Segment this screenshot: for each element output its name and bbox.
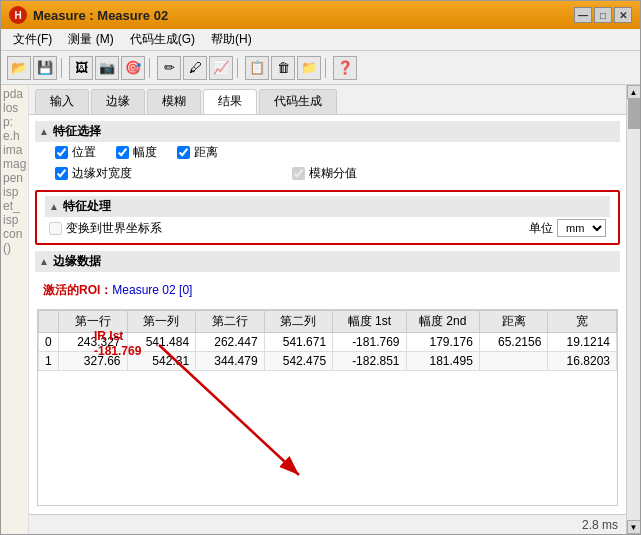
td-amp2-0: 179.176 [406, 333, 479, 352]
th-idx [39, 311, 59, 333]
edge-data-header[interactable]: ▲ 边缘数据 [35, 251, 620, 272]
td-idx-0: 0 [39, 333, 59, 352]
td-width-0: 19.1214 [548, 333, 617, 352]
td-amp1-0: -181.769 [333, 333, 406, 352]
tab-results[interactable]: 结果 [203, 89, 257, 114]
tab-edge[interactable]: 边缘 [91, 89, 145, 114]
td-col2-1: 542.475 [264, 352, 333, 371]
tb-open[interactable]: 📂 [7, 56, 31, 80]
td-row2-1: 344.479 [196, 352, 265, 371]
feature-select-arrow: ▲ [39, 126, 49, 137]
scrollbar-track [627, 99, 640, 520]
th-dist: 距离 [479, 311, 548, 333]
tb-sep1 [61, 58, 65, 78]
cb-edge-width-label: 边缘对宽度 [72, 165, 132, 182]
status-text: 2.8 ms [582, 518, 618, 532]
td-dist-1 [479, 352, 548, 371]
tb-clipboard[interactable]: 📋 [245, 56, 269, 80]
feature-process-header[interactable]: ▲ 特征处理 [45, 196, 610, 217]
td-row1-1: 327.66 [59, 352, 128, 371]
td-dist-0: 65.2156 [479, 333, 548, 352]
close-button[interactable]: ✕ [614, 7, 632, 23]
tb-target[interactable]: 🎯 [121, 56, 145, 80]
tb-sep2 [149, 58, 153, 78]
tb-folder[interactable]: 📁 [297, 56, 321, 80]
feature-process-title: 特征处理 [63, 198, 111, 215]
cb-fuzzy-input [292, 167, 305, 180]
app-logo: H [9, 6, 27, 24]
tb-pen[interactable]: ✏ [157, 56, 181, 80]
table-row: 1 327.66 542.31 344.479 542.475 -182.851… [39, 352, 617, 371]
window-title: Measure : Measure 02 [33, 8, 168, 23]
transform-label: 变换到世界坐标系 [66, 220, 162, 237]
feature-process-section: ▲ 特征处理 变换到世界坐标系 单位 mm [35, 190, 620, 245]
feature-select-header[interactable]: ▲ 特征选择 [35, 121, 620, 142]
edge-data-arrow: ▲ [39, 256, 49, 267]
menu-file[interactable]: 文件(F) [7, 30, 58, 49]
tb-save[interactable]: 💾 [33, 56, 57, 80]
cb-amplitude-input[interactable] [116, 146, 129, 159]
menu-measure[interactable]: 测量 (M) [62, 30, 119, 49]
title-bar: H Measure : Measure 02 — □ ✕ [1, 1, 640, 29]
roi-row: 激活的ROI： Measure 02 [0] [35, 276, 620, 303]
menu-codegen[interactable]: 代码生成(G) [124, 30, 201, 49]
main-window: H Measure : Measure 02 — □ ✕ 文件(F) 测量 (M… [0, 0, 641, 535]
td-col1-1: 542.31 [127, 352, 196, 371]
left-code-panel: pda los p: e.h ima mag pen isp et_ isp c… [1, 85, 29, 534]
th-col1: 第一列 [127, 311, 196, 333]
data-table-container: 第一行 第一列 第二行 第二列 幅度 1st 幅度 2nd 距离 宽 [37, 309, 618, 506]
cb-edge-width-input[interactable] [55, 167, 68, 180]
tb-image[interactable]: 🖼 [69, 56, 93, 80]
scroll-down-button[interactable]: ▼ [627, 520, 641, 534]
tb-camera[interactable]: 📷 [95, 56, 119, 80]
cb-position: 位置 [55, 144, 96, 161]
table-row: 0 243.327 541.484 262.447 541.671 -181.7… [39, 333, 617, 352]
table-header-row: 第一行 第一列 第二行 第二列 幅度 1st 幅度 2nd 距离 宽 [39, 311, 617, 333]
tab-codegen[interactable]: 代码生成 [259, 89, 337, 114]
feature-process-row: 变换到世界坐标系 单位 mm [45, 217, 610, 239]
status-bar: 2.8 ms [29, 514, 626, 534]
results-table: 第一行 第一列 第二行 第二列 幅度 1st 幅度 2nd 距离 宽 [38, 310, 617, 371]
cb-fuzzy-label: 模糊分值 [309, 165, 357, 182]
cb-distance-input[interactable] [177, 146, 190, 159]
scrollbar-thumb[interactable] [628, 99, 640, 129]
th-width: 宽 [548, 311, 617, 333]
menubar: 文件(F) 测量 (M) 代码生成(G) 帮助(H) [1, 29, 640, 51]
right-scrollbar: ▲ ▼ [626, 85, 640, 534]
cb-amplitude-label: 幅度 [133, 144, 157, 161]
scroll-up-button[interactable]: ▲ [627, 85, 641, 99]
title-buttons: — □ ✕ [574, 7, 632, 23]
title-bar-left: H Measure : Measure 02 [9, 6, 168, 24]
roi-label: 激活的ROI： [43, 282, 112, 299]
tb-draw[interactable]: 🖊 [183, 56, 207, 80]
tb-help[interactable]: ❓ [333, 56, 357, 80]
td-amp2-1: 181.495 [406, 352, 479, 371]
feature-select-title: 特征选择 [53, 123, 101, 140]
cb-fuzzy: 模糊分值 [292, 165, 357, 182]
roi-value: Measure 02 [0] [112, 283, 192, 297]
tab-blur[interactable]: 模糊 [147, 89, 201, 114]
main-area: pda los p: e.h ima mag pen isp et_ isp c… [1, 85, 640, 534]
cb-position-input[interactable] [55, 146, 68, 159]
td-col1-0: 541.484 [127, 333, 196, 352]
tb-delete[interactable]: 🗑 [271, 56, 295, 80]
tab-input[interactable]: 输入 [35, 89, 89, 114]
cb-position-label: 位置 [72, 144, 96, 161]
toolbar: 📂 💾 🖼 📷 🎯 ✏ 🖊 📈 📋 🗑 📁 ❓ [1, 51, 640, 85]
th-row2: 第二行 [196, 311, 265, 333]
transform-option: 变换到世界坐标系 [49, 220, 162, 237]
td-idx-1: 1 [39, 352, 59, 371]
edge-data-title: 边缘数据 [53, 253, 101, 270]
checkbox-row-1: 位置 幅度 距离 [35, 142, 620, 163]
tb-chart[interactable]: 📈 [209, 56, 233, 80]
unit-select[interactable]: mm [557, 219, 606, 237]
menu-help[interactable]: 帮助(H) [205, 30, 258, 49]
maximize-button[interactable]: □ [594, 7, 612, 23]
minimize-button[interactable]: — [574, 7, 592, 23]
unit-label: 单位 [529, 220, 553, 237]
tb-sep3 [237, 58, 241, 78]
feature-select-section: ▲ 特征选择 位置 幅度 距 [35, 121, 620, 184]
cb-distance: 距离 [177, 144, 218, 161]
td-row2-0: 262.447 [196, 333, 265, 352]
th-col2: 第二列 [264, 311, 333, 333]
